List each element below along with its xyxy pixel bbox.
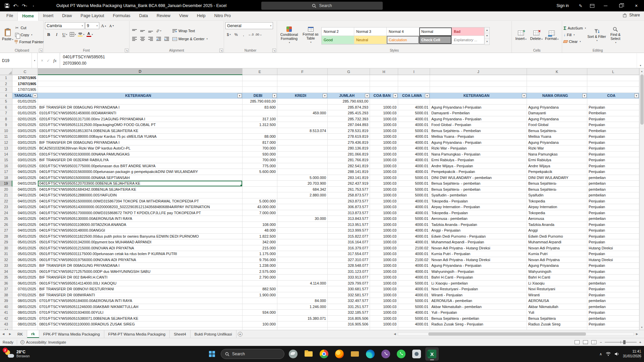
align-center-button[interactable]	[139, 36, 146, 42]
cell[interactable]: 5000.01	[398, 128, 430, 134]
cell[interactable]	[38, 327, 243, 330]
name-box[interactable]: D19 ▾	[0, 53, 38, 68]
column-header-C[interactable]: C	[12, 68, 38, 75]
underline-button[interactable]: U▾	[61, 31, 68, 38]
cell[interactable]: Agung Priyandana	[527, 263, 587, 269]
format-as-table-button[interactable]: Format as Table▾	[300, 22, 321, 48]
cell[interactable]: Andre Wijaya	[527, 163, 587, 169]
tray-chevron-icon[interactable]: ∧	[599, 352, 602, 356]
cell[interactable]: 17/07/1905	[12, 81, 38, 87]
cell[interactable]: Penjualan	[587, 239, 639, 245]
filter-header-D[interactable]: KETERANGAN▼	[38, 93, 243, 99]
weather-widget[interactable]: 2 28°C Berawan	[3, 346, 32, 362]
cell[interactable]: 4000.01	[398, 105, 430, 111]
row-header-29[interactable]: 29	[0, 239, 12, 245]
cell[interactable]	[277, 269, 328, 275]
cell[interactable]	[243, 316, 277, 322]
cell[interactable]: Pempekpakcik - Penjualan	[430, 169, 527, 175]
cell[interactable]: 0801/FTSCY/WS95031100000.00RADIUS ZUSAK …	[38, 321, 243, 327]
column-header-K[interactable]: K	[527, 68, 587, 75]
align-top-button[interactable]	[131, 27, 138, 34]
cell[interactable]: 332.497.577	[328, 298, 370, 304]
cell[interactable]: pembelian	[587, 192, 639, 198]
cancel-entry-button[interactable]: ×	[41, 58, 43, 63]
row-header-6[interactable]: 6	[0, 105, 12, 111]
cell[interactable]: 08/01/2025	[12, 321, 38, 327]
cell[interactable]: 2100.02	[398, 257, 430, 263]
cell[interactable]	[277, 310, 328, 316]
cell[interactable]	[277, 286, 328, 292]
cell[interactable]: 20.703.900	[277, 181, 328, 187]
cell[interactable]: 1000.03	[370, 192, 398, 198]
column-header-I[interactable]: I	[398, 68, 430, 75]
cell[interactable]: 4000.01	[398, 210, 430, 216]
cell[interactable]: 03/01/2025	[12, 163, 38, 169]
cell[interactable]: 1000.03	[370, 275, 398, 281]
cell[interactable]	[527, 327, 587, 330]
cell[interactable]: 0701/FTSCY/WS95031934000.00YULI	[38, 310, 243, 316]
cell[interactable]: 281.066.819	[328, 152, 370, 158]
row-header-4[interactable]: 4	[0, 93, 12, 99]
cell[interactable]	[243, 304, 277, 310]
decrease-font-size-button[interactable]: A▼	[108, 22, 115, 29]
zoom-slider[interactable]	[605, 342, 637, 343]
cell[interactable]: 280.136.819	[328, 145, 370, 152]
cell[interactable]: DINI DWI WULANDARY - pembelian	[430, 175, 527, 181]
row-header-44[interactable]: 44	[0, 327, 12, 330]
cell[interactable]: Penjualan	[587, 140, 639, 146]
row-header-23[interactable]: 23	[0, 204, 12, 210]
cell[interactable]: Food Global	[527, 122, 587, 128]
cell[interactable]: Damayanti	[527, 110, 587, 116]
cell[interactable]: 316.805.506	[328, 316, 370, 322]
cell[interactable]: 2.575.000	[243, 269, 277, 275]
cell[interactable]: 4000.01	[398, 263, 430, 269]
cell[interactable]	[277, 163, 328, 169]
cell[interactable]: 342.000	[243, 239, 277, 245]
cell[interactable]: 5000.01	[398, 110, 430, 116]
cell[interactable]: 05/01/2025	[12, 251, 38, 257]
cell[interactable]: Benua Sejahtera	[527, 316, 587, 322]
cell[interactable]	[277, 251, 328, 257]
cell[interactable]	[328, 81, 370, 87]
italic-button[interactable]: I	[53, 31, 60, 38]
ribbon-tab-data[interactable]: Data	[135, 12, 152, 20]
cell[interactable]: Kurnia Putri	[527, 251, 587, 257]
cell[interactable]: 282.541.819	[328, 163, 370, 169]
row-header-16[interactable]: 16	[0, 163, 12, 169]
cell[interactable]: 0401/FTSCY/WS950517000000.00WD315868672 …	[38, 210, 243, 216]
row-header-24[interactable]: 24	[0, 210, 12, 216]
cell[interactable]: 775.000	[243, 163, 277, 169]
cell[interactable]: 5000.01	[398, 175, 430, 181]
cell[interactable]: 313.843.577	[328, 216, 370, 222]
cell[interactable]	[243, 192, 277, 198]
conditional-formatting-button[interactable]: Conditional Formatting▾	[278, 22, 300, 48]
row-header-41[interactable]: 41	[0, 310, 12, 316]
row-header-33[interactable]: 33	[0, 263, 12, 269]
horizontal-scrollbar[interactable]: ◀ ▶	[392, 331, 639, 337]
font-dialog-launcher[interactable]: ↘	[125, 49, 128, 52]
cell[interactable]: 5000.01	[398, 298, 430, 304]
cell[interactable]: 316.164.077	[328, 239, 370, 245]
font-size-select[interactable]: 9▾	[85, 22, 99, 29]
cell[interactable]: 1000.03	[370, 163, 398, 169]
filter-dropdown-icon[interactable]: ▼	[425, 94, 429, 98]
row-header-21[interactable]: 21	[0, 192, 12, 198]
cell[interactable]: 07/01/2025	[12, 286, 38, 292]
cell[interactable]: 05/01/2025	[12, 245, 38, 251]
insert-cells-button[interactable]: Insert▾	[513, 22, 529, 48]
cell[interactable]	[398, 99, 430, 105]
cell[interactable]: BIF TRANSFER DR 002ERMI RABIULIYA	[38, 157, 243, 163]
cell[interactable]: 04/01/2025	[12, 192, 38, 198]
cell[interactable]	[277, 75, 328, 81]
taskbar-search-box[interactable]: Search	[221, 349, 284, 359]
filter-header-E[interactable]: DEBI▼	[243, 93, 277, 99]
cell[interactable]: Novan Adi Priyatna	[527, 257, 587, 263]
excel-taskbar-button[interactable]: X	[425, 347, 439, 361]
cell[interactable]: 0601/FTSCY/WS950319756000.00NOVAN ADI PR…	[38, 257, 243, 263]
cell[interactable]	[370, 327, 398, 330]
cell[interactable]: Novan Adi Priyatna	[527, 245, 587, 251]
cell[interactable]: pembelian	[587, 298, 639, 304]
row-header-10[interactable]: 10	[0, 128, 12, 134]
cell[interactable]: 278.531.819	[328, 128, 370, 134]
cell[interactable]: 01/01/2025	[12, 105, 38, 111]
